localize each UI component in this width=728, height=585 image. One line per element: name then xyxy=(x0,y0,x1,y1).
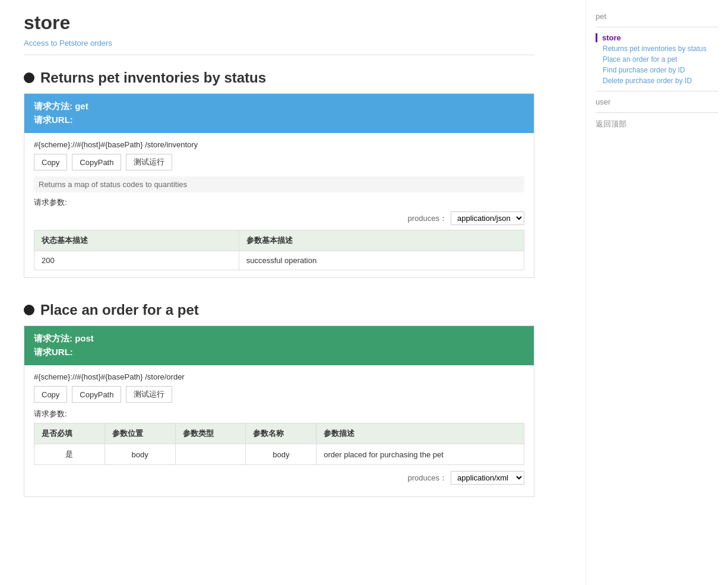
main-content: store Access to Petstore orders Returns … xyxy=(0,0,558,533)
sidebar: pet store Returns pet inventories by sta… xyxy=(585,0,728,533)
copy-button-post[interactable]: Copy xyxy=(34,386,67,403)
params-type-1 xyxy=(175,444,246,465)
params-th-name: 参数名称 xyxy=(246,423,316,444)
sidebar-divider-1 xyxy=(596,27,718,27)
params-position-1: body xyxy=(105,444,175,465)
params-th-required: 是否必填 xyxy=(34,423,105,444)
produces-row-get: produces： application/json xyxy=(34,211,524,225)
api-card-body-post: #{scheme}://#{host}#{basePath} /store/or… xyxy=(24,365,534,497)
sidebar-link-delete-order[interactable]: Delete purchase order by ID xyxy=(596,77,718,85)
params-label-post: 请求参数: xyxy=(34,409,524,419)
api-card-header-post: 请求方法: post 请求URL: xyxy=(24,326,534,365)
sidebar-divider-3 xyxy=(596,112,718,113)
params-table-post: 是否必填 参数位置 参数类型 参数名称 参数描述 是 body body xyxy=(34,423,524,465)
params-required-1: 是 xyxy=(34,444,105,465)
page-title: store xyxy=(24,12,534,34)
produces-select-get[interactable]: application/json xyxy=(451,211,524,225)
section-title-2: Place an order for a pet xyxy=(40,302,199,318)
sidebar-store-active[interactable]: store xyxy=(596,33,718,42)
api-card-post: 请求方法: post 请求URL: #{scheme}://#{host}#{b… xyxy=(24,325,534,497)
api-card-header-get: 请求方法: get 请求URL: xyxy=(24,94,534,133)
api-card-get: 请求方法: get 请求URL: #{scheme}://#{host}#{ba… xyxy=(24,93,534,278)
test-button-get[interactable]: 测试运行 xyxy=(126,154,172,170)
url-text-post: #{scheme}://#{host}#{basePath} /store/or… xyxy=(34,372,524,381)
copy-button-get[interactable]: Copy xyxy=(34,154,67,170)
params-name-1: body xyxy=(246,444,316,465)
section-get-inventory: Returns pet inventories by status 请求方法: … xyxy=(24,69,534,278)
method-label-get: 请求方法: get xyxy=(34,101,524,112)
params-label-get: 请求参数: xyxy=(34,197,524,208)
method-label-post: 请求方法: post xyxy=(34,333,524,344)
test-button-post[interactable]: 测试运行 xyxy=(126,386,172,403)
response-desc-200: successful operation xyxy=(239,251,524,270)
sidebar-link-order[interactable]: Place an order for a pet xyxy=(596,55,718,64)
bullet-icon-2 xyxy=(24,305,34,315)
copypath-button-post[interactable]: CopyPath xyxy=(72,386,121,403)
desc-text-get: Returns a map of status codes to quantit… xyxy=(34,176,524,192)
params-th-desc: 参数描述 xyxy=(316,423,524,444)
section-post-order: Place an order for a pet 请求方法: post 请求UR… xyxy=(24,302,534,497)
sidebar-link-find-order[interactable]: Find purchase order by ID xyxy=(596,66,718,74)
bullet-icon-1 xyxy=(24,72,34,83)
copypath-button-get[interactable]: CopyPath xyxy=(72,154,121,170)
section-heading-2: Place an order for a pet xyxy=(24,302,534,318)
produces-label-get: produces： xyxy=(408,213,447,224)
params-th-type: 参数类型 xyxy=(175,423,246,444)
sidebar-user-label[interactable]: user xyxy=(596,97,718,106)
sidebar-pet-label: pet xyxy=(596,12,718,21)
params-desc-1: order placed for purchasing the pet xyxy=(316,444,524,465)
api-card-body-get: #{scheme}://#{host}#{basePath} /store/in… xyxy=(24,133,534,277)
params-row-1: 是 body body order placed for purchasing … xyxy=(34,444,524,465)
produces-label-post: produces： xyxy=(408,473,447,483)
url-label-get: 请求URL: xyxy=(34,115,524,126)
produces-select-post[interactable]: application/xml application/json xyxy=(451,471,524,485)
response-th-desc: 参数基本描述 xyxy=(239,230,524,251)
btn-group-post: Copy CopyPath 测试运行 xyxy=(34,386,524,403)
sidebar-divider-2 xyxy=(596,91,718,91)
section-title-1: Returns pet inventories by status xyxy=(40,69,266,86)
response-status-200: 200 xyxy=(34,251,239,270)
page-subtitle: Access to Petstore orders xyxy=(24,39,534,55)
response-table-get: 状态基本描述 参数基本描述 200 successful operation xyxy=(34,230,524,270)
sidebar-link-inventory[interactable]: Returns pet inventories by status xyxy=(596,45,718,53)
section-heading-1: Returns pet inventories by status xyxy=(24,69,534,86)
response-row-200: 200 successful operation xyxy=(34,251,524,270)
sidebar-top-link[interactable]: 返回顶部 xyxy=(596,119,626,128)
url-label-post: 请求URL: xyxy=(34,347,524,358)
btn-group-get: Copy CopyPath 测试运行 xyxy=(34,154,524,170)
response-th-status: 状态基本描述 xyxy=(34,230,239,251)
url-text-get: #{scheme}://#{host}#{basePath} /store/in… xyxy=(34,140,524,149)
params-th-position: 参数位置 xyxy=(105,423,175,444)
produces-row-post: produces： application/xml application/js… xyxy=(34,471,524,485)
